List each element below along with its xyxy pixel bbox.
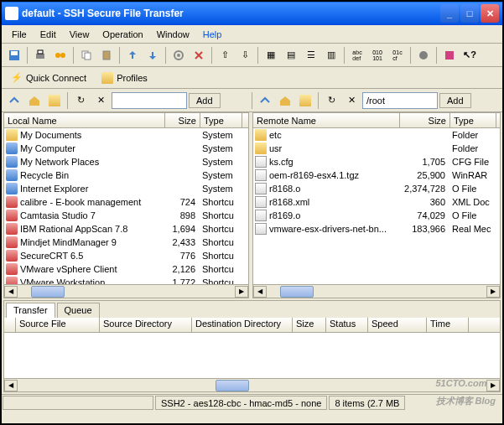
context-help-icon[interactable]: ↖? — [460, 46, 479, 65]
profiles-button[interactable]: Profiles — [96, 70, 153, 86]
copy-icon[interactable] — [77, 46, 96, 65]
stop-icon[interactable] — [414, 46, 433, 65]
close-button[interactable]: ✕ — [481, 4, 499, 23]
menu-help[interactable]: Help — [196, 28, 229, 41]
watermark: 51CTO.com 技术博客 Blog — [436, 373, 496, 408]
transfer-list[interactable] — [4, 333, 500, 378]
maximize-button[interactable]: □ — [460, 4, 479, 23]
file-row[interactable]: Recycle BinSystem — [4, 168, 248, 182]
remote-home-icon[interactable] — [276, 91, 294, 110]
local-col-type[interactable]: Type — [200, 113, 242, 127]
disconnect-icon[interactable] — [190, 46, 208, 65]
transfer-col-source-file[interactable]: Source File — [16, 318, 100, 332]
file-row[interactable]: My ComputerSystem — [4, 142, 248, 155]
file-row[interactable]: VMware vSphere Client2,126Shortcu — [4, 262, 248, 276]
transfer-col-size[interactable]: Size — [293, 318, 326, 332]
file-size: 2,126 — [167, 264, 202, 274]
tab-transfer[interactable]: Transfer — [6, 303, 55, 318]
transfer-col-icon[interactable] — [4, 318, 16, 332]
file-row[interactable]: SecureCRT 6.5776Shortcu — [4, 249, 248, 262]
file-row[interactable]: VMware Workstation1,772Shortcu — [4, 276, 248, 284]
file-row[interactable]: Internet ExplorerSystem — [4, 182, 248, 195]
local-delete-icon[interactable]: ✕ — [91, 91, 110, 110]
file-row[interactable]: r8168.xml360XML Doc — [253, 195, 500, 209]
view-list-icon[interactable]: ☰ — [302, 46, 320, 65]
paste-icon[interactable] — [97, 46, 116, 65]
minimize-button[interactable]: _ — [440, 4, 459, 23]
remote-col-size[interactable]: Size — [400, 113, 450, 127]
menu-view[interactable]: View — [63, 28, 96, 41]
arrow-up-icon[interactable]: ⇧ — [216, 46, 234, 65]
titlebar[interactable]: default - SSH Secure File Transfer _ □ ✕ — [2, 2, 502, 25]
file-row[interactable]: My DocumentsSystem — [4, 128, 248, 142]
file-row[interactable]: calibre - E-book management724Shortcu — [4, 195, 248, 209]
file-name: My Documents — [20, 130, 81, 140]
file-name: My Computer — [20, 143, 75, 153]
transfer-col-speed[interactable]: Speed — [368, 318, 427, 332]
file-name: vmware-esx-drivers-net-bn... — [269, 224, 387, 234]
connect-icon[interactable] — [51, 46, 70, 65]
print-icon[interactable] — [31, 46, 49, 65]
remote-file-list[interactable]: etcFolderusrFolderks.cfg1,705CFG Fileoem… — [253, 128, 500, 284]
file-icon — [6, 143, 18, 154]
local-refresh-icon[interactable]: ↻ — [71, 91, 90, 110]
file-row[interactable]: Mindjet MindManager 92,433Shortcu — [4, 236, 248, 249]
file-row[interactable]: r8169.o74,029O File — [253, 209, 500, 222]
file-row[interactable]: r8168.o2,374,728O File — [253, 182, 500, 195]
local-col-size[interactable]: Size — [165, 113, 200, 127]
local-pane: Local Name Size Type My DocumentsSystemM… — [3, 112, 249, 298]
settings-icon[interactable] — [169, 46, 188, 65]
menu-edit[interactable]: Edit — [34, 28, 63, 41]
tab-queue[interactable]: Queue — [57, 303, 100, 318]
local-newfolder-icon[interactable] — [45, 91, 64, 110]
auto-icon[interactable]: 01ccf — [388, 46, 407, 65]
file-row[interactable]: etcFolder — [253, 128, 500, 142]
file-row[interactable]: ks.cfg1,705CFG File — [253, 155, 500, 168]
transfer-col-dest-dir[interactable]: Destination Directory — [192, 318, 293, 332]
file-row[interactable]: usrFolder — [253, 142, 500, 155]
view-details-icon[interactable]: ▥ — [322, 46, 340, 65]
file-row[interactable]: IBM Rational AppScan 7.81,694Shortcu — [4, 222, 248, 236]
file-row[interactable]: vmware-esx-drivers-net-bn...183,966Real … — [253, 222, 500, 236]
transfer-col-time[interactable]: Time — [427, 318, 469, 332]
remote-delete-icon[interactable]: ✕ — [342, 91, 361, 110]
local-col-name[interactable]: Local Name — [4, 113, 165, 127]
local-hscroll[interactable]: ◀▶ — [4, 284, 248, 298]
transfer-hscroll[interactable]: ◀▶ — [4, 378, 500, 391]
menu-file[interactable]: File — [5, 28, 34, 41]
local-up-icon[interactable] — [5, 91, 23, 110]
upload-icon[interactable] — [123, 46, 142, 65]
file-icon — [255, 169, 267, 181]
transfer-col-status[interactable]: Status — [326, 318, 368, 332]
view-small-icon[interactable]: ▤ — [282, 46, 300, 65]
remote-refresh-icon[interactable]: ↻ — [322, 91, 340, 110]
help-book-icon[interactable] — [440, 46, 459, 65]
view-large-icon[interactable]: ▦ — [262, 46, 280, 65]
local-home-icon[interactable] — [25, 91, 44, 110]
menu-operation[interactable]: Operation — [96, 28, 149, 41]
binary-icon[interactable]: 010101 — [368, 46, 387, 65]
remote-add-button[interactable]: Add — [439, 93, 471, 108]
download-icon[interactable] — [143, 46, 162, 65]
file-name: r8169.o — [269, 210, 300, 220]
transfer-col-source-dir[interactable]: Source Directory — [100, 318, 192, 332]
local-file-list[interactable]: My DocumentsSystemMy ComputerSystemMy Ne… — [4, 128, 248, 284]
remote-newfolder-icon[interactable] — [296, 91, 314, 110]
file-row[interactable]: oem-r8169-esx4.1.tgz25,900WinRAR — [253, 168, 500, 182]
file-row[interactable]: Camtasia Studio 7898Shortcu — [4, 209, 248, 222]
remote-col-type[interactable]: Type — [450, 113, 496, 127]
save-icon[interactable] — [5, 46, 23, 65]
remote-path-input[interactable] — [362, 92, 438, 109]
arrow-down-icon[interactable]: ⇩ — [236, 46, 254, 65]
ascii-icon[interactable]: abcdef — [348, 46, 366, 65]
file-size: 1,694 — [167, 224, 202, 234]
local-add-button[interactable]: Add — [189, 93, 221, 108]
remote-up-icon[interactable] — [256, 91, 274, 110]
quick-connect-button[interactable]: ⚡ Quick Connect — [5, 70, 92, 86]
remote-col-name[interactable]: Remote Name — [253, 113, 400, 127]
local-path-input[interactable] — [112, 92, 187, 109]
svg-point-10 — [177, 54, 180, 57]
file-row[interactable]: My Network PlacesSystem — [4, 155, 248, 168]
remote-hscroll[interactable]: ◀▶ — [253, 284, 500, 298]
menu-window[interactable]: Window — [150, 28, 196, 41]
